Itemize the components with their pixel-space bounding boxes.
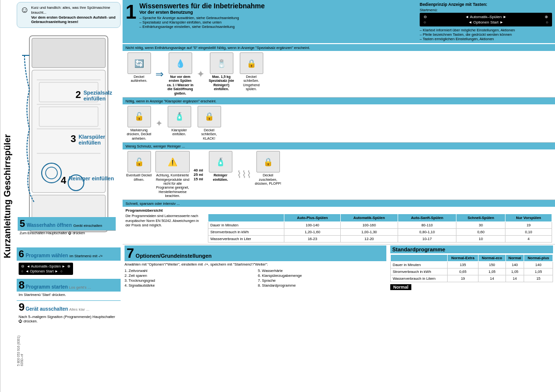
section1-subtitle: Vor der ersten Benutzung (139, 10, 417, 15)
section1-title: Wissenswertes für die Inbetriebnahme (139, 2, 417, 10)
section6: Schnell, sparsam oder intensiv ... Progr… (123, 200, 555, 245)
section6-header: Schnell, sparsam oder intensiv ... (123, 200, 555, 207)
section1: 1 Wissenswertes für die Inbetriebnahme V… (123, 0, 555, 44)
step3-overlay: 3 Klarspüler einfüllen (71, 134, 121, 147)
det-step3: 🔒 Deckel zuschieben, drücken, PLOPP! (254, 151, 281, 186)
det-step2: 🧴 Reiniger einfüllen. (207, 151, 234, 182)
salt-step3: 🧂 Max. 1,5 kg Spezialsalz (nie Reiniger!… (208, 52, 235, 92)
sidebar-title: Kurzanleitung Geschirrspüler (2, 134, 13, 258)
std-col-normaleco: Normal-eco (479, 255, 506, 262)
table-row: Wasserverbrauch in Liter 16-23 12-20 10-… (208, 236, 552, 243)
step9: 9 Gerät ausschalten Alles klar ... Nach … (17, 300, 121, 324)
option-item: 7. Sprache (258, 278, 386, 283)
section2-header: Nicht nötig, wenn Enthärtungsanlage auf … (123, 44, 555, 51)
prog-col-automatik: Automatik-Spülen (341, 214, 398, 222)
list-item: – Enthärtungsanlage einstellen, siehe Ge… (139, 24, 417, 29)
salt-step1: 🔄 Deckel aufdrehen. (126, 52, 152, 83)
det-amounts: 40 ml 25 ml 15 ml (194, 168, 203, 181)
section6-table-area: Programmübersicht Die Programmdaten sind… (123, 207, 555, 244)
display-unit: ⊖ ◄ Automatik–Spülen ► ⊕ ○ ◄ Optionen St… (420, 13, 552, 26)
dishwasher-area: 2 Spezialsalz einfüllen 3 Klarspüler ein… (17, 31, 121, 246)
option-item: 4. Signallautstärke (125, 283, 253, 288)
option-item: 8. Standardprogramme (258, 283, 386, 288)
section1-content: Wissenswertes für die Inbetriebnahme Vor… (139, 2, 417, 41)
section7-right: Standardprogramme Normal-Extra Normal-ec… (388, 245, 555, 392)
section1-num: 1 (126, 2, 136, 41)
section7-header: 7 Optionen/Grundeinstellungen (125, 245, 386, 261)
section7-desc: Anwählen mit "Optionen"/"Weiter", einste… (125, 262, 386, 267)
list-item: – Sprache für Anzeige auswählen, siehe G… (139, 16, 417, 20)
prog-overview-title: Programmübersicht (126, 208, 552, 213)
salt-step2: 💧 Nur vor dem ersten Spülen ca. 1 l Wass… (167, 52, 194, 96)
std-col-normal: Normal (505, 255, 524, 262)
option-item: 1. Zeitvorwahl (125, 269, 253, 273)
section7-cols: 7 Optionen/Grundeinstellungen Anwählen m… (123, 245, 555, 392)
table-row: Stromverbrauch in kWh 1,20-1,60 1,00-1,3… (208, 229, 552, 236)
options-list: 1. Zeitvorwahl 2. Zeit sparen 3. Trocknu… (125, 269, 386, 288)
svg-rect-1 (32, 70, 105, 193)
section2-content: 🔄 Deckel aufdrehen. ⇒ 💧 Nur vor dem erst… (123, 51, 555, 97)
prog-col-autosanft: Auto-Sanft-Spülen (398, 214, 456, 222)
std-table: Normal-Extra Normal-eco Normal Normal-pl… (390, 254, 553, 282)
section3-header: Nötig, wenn in Anzeige "Klarspüler ergän… (123, 98, 555, 104)
step2-overlay: 2 Spezialsalz einfüllen (76, 90, 121, 103)
option-item: 6. Klarspülerzugabemenge (258, 273, 386, 278)
smiley-icon: ☺ (20, 5, 29, 14)
left-panel: ☺ Kurz und handlich: alles, was Ihre Spü… (15, 0, 123, 392)
section6-inner: Die Programmdaten sind Labormesswerte na… (126, 214, 552, 243)
option-item: 3. Trocknungsgrad (125, 278, 253, 283)
main-content: ☺ Kurz und handlich: alles, was Ihre Spü… (15, 0, 555, 392)
std-header: Standardprogramme (390, 245, 553, 253)
rinse-step2: 🧴 Klarspüler einfüllen. (166, 106, 193, 137)
prog-note: Die Programmdaten sind Labormesswerte na… (126, 214, 204, 243)
std-col-normalextra: Normal-Extra (448, 255, 479, 262)
section4-content: 🔓 Eventuell Deckel öffnen. ⚠️ Achtung, K… (123, 149, 555, 199)
section2: Nicht nötig, wenn Enthärtungsanlage auf … (123, 44, 555, 98)
section2-images: 🔄 Deckel aufdrehen. ⇒ 💧 Nur vor dem erst… (126, 52, 265, 96)
startmenu-label: Startmenü: (420, 8, 552, 12)
normal-badge-area: Normal (390, 284, 553, 290)
svg-rect-2 (32, 38, 105, 68)
section3-images: 🔓 Markierung drücken, Deckel anheben. ✦ … (126, 106, 223, 141)
prog-table-wrapper: Auto-Plus-Spülen Automatik-Spülen Auto-S… (208, 214, 552, 243)
det-warning: ⚠️ Achtung, Kombinierte Reinigerprodukte… (155, 151, 190, 198)
det-step1: 🔓 Eventuell Deckel öffnen. (126, 151, 152, 182)
step8: 8 Programm starten Los geht's ... Im Sta… (17, 279, 121, 297)
step5-overlay: 5 Wasserhahn öffnen Gerät einschalten Zu… (18, 217, 116, 235)
steps-8-9: 8 Programm starten Los geht's ... Im Sta… (17, 279, 121, 366)
info-box: ☺ Kurz und handlich: alles, was Ihre Spü… (17, 2, 121, 28)
section4-header: Wenig Schmutz, weniger Reiniger ... (123, 143, 555, 149)
section4: Wenig Schmutz, weniger Reiniger ... 🔓 Ev… (123, 143, 555, 200)
prog-col-schnell: Schnell-Spülen (456, 214, 505, 222)
section3: Nötig, wenn in Anzeige "Klarspüler ergän… (123, 98, 555, 143)
rinse-step1: 🔓 Markierung drücken, Deckel anheben. (126, 106, 152, 141)
footer-code: 5 800 053 916 (8301) 635D–nf (17, 327, 24, 366)
info-text: Kurz und handlich: alles, was Ihre Spülm… (31, 5, 117, 24)
prog-col-nur: Nur Vorspülen (505, 214, 552, 222)
step6-left: 6 Programm wählen im Startmenü mit -/+ ⊖… (17, 247, 121, 277)
bedien-title: Bedienprinzip Anzeige mit Tasten: (420, 2, 552, 7)
option-item: 2. Zeit sparen (125, 273, 253, 278)
option-item: 5. Wasserhärte (258, 269, 386, 273)
sidebar: Kurzanleitung Geschirrspüler (0, 0, 15, 392)
bedien-notes: – Klartext informiert über mögliche Eins… (420, 28, 552, 41)
section7-left: 7 Optionen/Grundeinstellungen Anwählen m… (123, 245, 388, 392)
step4-overlay: 4 Reiniger einfüllen (61, 175, 114, 187)
table-row: Stromverbrauch in kWh 0,65 1,05 1,05 1,0… (391, 269, 553, 275)
table-row: Dauer in Minuten 100-140 100-160 80-110 … (208, 222, 552, 229)
prog-col-autoplus: Auto-Plus-Spülen (284, 214, 341, 222)
section4-images: 🔓 Eventuell Deckel öffnen. ⚠️ Achtung, K… (126, 151, 281, 198)
rinse-step3: 🔒 Deckel schließen, KLACK! (196, 106, 223, 141)
section3-content: 🔓 Markierung drücken, Deckel anheben. ✦ … (123, 104, 555, 142)
salt-step4: 🔒 Deckel schließen. Umgehend spülen. (238, 52, 265, 92)
right-panel: 1 Wissenswertes für die Inbetriebnahme V… (123, 0, 555, 392)
page-container: Kurzanleitung Geschirrspüler ☺ Kurz und … (0, 0, 555, 392)
bedien-box: Bedienprinzip Anzeige mit Tasten: Startm… (420, 2, 552, 41)
prog-table: Auto-Plus-Spülen Automatik-Spülen Auto-S… (208, 214, 552, 243)
section7: 7 Optionen/Grundeinstellungen Anwählen m… (123, 245, 555, 392)
list-item: – Spezialsalz und Klarspüler einfüllen, … (139, 20, 417, 24)
normal-badge: Normal (390, 284, 411, 290)
std-col-normalplus: Normal-plus (524, 255, 553, 262)
mini-display: ⊖ ◄ Automatik–Spülen ► ⊕ ○ ◄ Optionen St… (19, 263, 73, 275)
table-row: Dauer in Minuten 135 150 140 140 (391, 262, 553, 269)
